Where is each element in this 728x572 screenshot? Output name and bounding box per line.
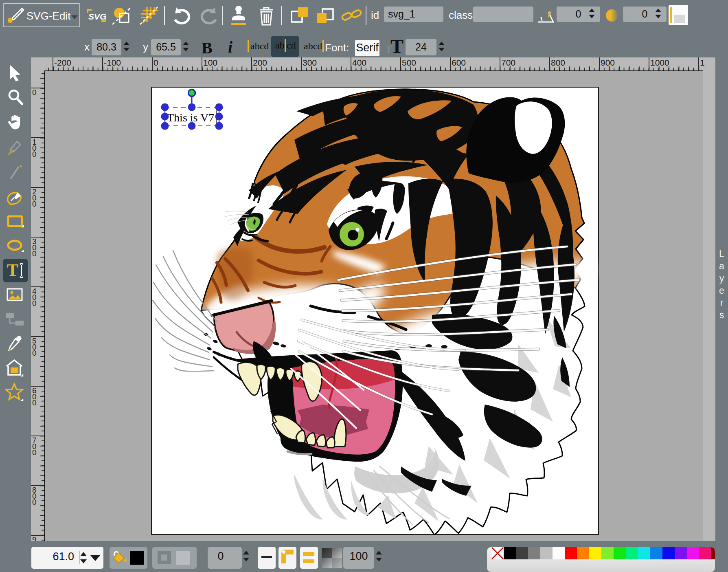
svg-text:T: T [7, 261, 18, 279]
svg-text:This is V7: This is V7 [167, 111, 214, 124]
svg-text:SVG: SVG [88, 12, 106, 21]
